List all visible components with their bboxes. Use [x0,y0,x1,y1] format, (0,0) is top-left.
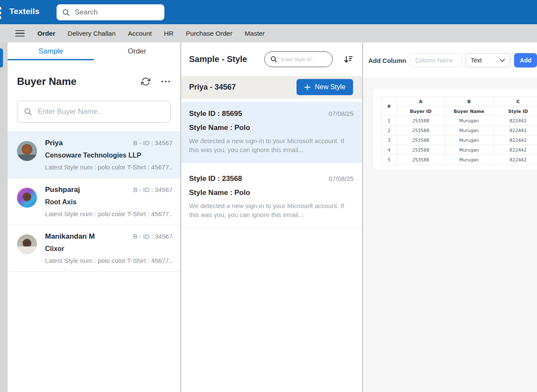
edge-drawer-handle[interactable] [0,48,3,68]
sheet-cell[interactable]: 253588 [397,126,445,135]
sheet-field-header[interactable]: Buyer ID [397,107,445,116]
sheet-row-number[interactable]: 3 [382,135,397,145]
buyer-avatar [17,188,37,208]
style-id: Style ID : 85695 [189,110,242,118]
nav-item-order[interactable]: Order [37,30,55,37]
style-preview-text: We detected a new sign-in to your Micros… [189,136,353,155]
detail-panel: Add Column Text Add # [363,42,537,392]
nav-item-master[interactable]: Master [245,30,265,37]
sheet-col-letter[interactable]: B [445,97,494,107]
sheet-row-number[interactable]: 4 [382,145,397,155]
buyer-list: Priya B - ID : 34567 Censoware Technolog… [8,131,180,272]
grip-dots-icon[interactable] [0,7,1,19]
sheet-cell[interactable]: 253588 [397,116,445,126]
sheet-row: 1 253588 Murugan 822442 [382,116,537,126]
style-name: Style Name : Polo [189,189,353,197]
buyer-avatar [17,141,37,161]
sheet-row-number[interactable]: 2 [382,126,397,135]
style-panel: Sample - Style [181,42,362,392]
sheet-cell[interactable]: 822442 [493,116,537,126]
style-panel-title: Sample - Style [189,54,264,64]
chevron-down-icon [500,59,505,62]
app-logo: Texteils [9,7,40,16]
spreadsheet-table[interactable]: # A B C Buyer ID Buyer Name Style ID 1 2… [381,96,537,165]
column-name-input[interactable] [410,53,462,68]
buyer-name: Priya [45,139,63,147]
buyer-panel-title: Buyer Name [17,76,130,87]
nav-item-purchase-order[interactable]: Purchase Order [186,30,232,37]
buyer-panel-tabs: Sample Order [8,42,180,60]
new-style-button[interactable]: New Style [297,79,353,95]
style-card[interactable]: Style ID : 85695 07/08/25 Style Name : P… [181,102,362,163]
buyer-id: B - ID : 34567 [133,186,172,193]
nav-item-account[interactable]: Account [128,30,152,37]
buyer-latest-style: Latest Style num : polo color T-Shirt : … [45,257,172,264]
more-options-icon[interactable] [161,81,170,83]
buyer-list-item[interactable]: Priya B - ID : 34567 Censoware Technolog… [8,132,180,178]
global-search[interactable] [57,4,164,20]
sort-descending-icon[interactable] [343,55,353,64]
sheet-cell[interactable]: Murugan [445,116,494,126]
sheet-cell[interactable]: 253588 [397,155,445,165]
style-preview-text: We detected a new sign-in to your Micros… [189,201,353,220]
sheet-field-header[interactable]: Style ID [493,107,537,116]
new-style-label: New Style [315,83,345,91]
tab-sample[interactable]: Sample [8,42,94,60]
main-nav: Order Delivery Challan Account HR Purcha… [0,24,537,42]
style-card[interactable]: Style ID : 23568 07/08/25 Style Name : P… [181,167,362,228]
style-id: Style ID : 23568 [189,175,242,183]
style-date: 07/08/25 [329,175,353,182]
sheet-corner-cell: # [382,97,397,116]
add-column-button[interactable]: Add [514,53,537,68]
sheet-cell[interactable]: Murugan [445,126,494,135]
buyer-search[interactable] [17,101,171,123]
hamburger-icon[interactable] [15,30,25,37]
buyer-company: Clixor [45,245,172,253]
buyer-company: Censoware Technologies LLP [45,152,172,159]
sheet-row: 4 253588 Murugan 822442 [382,145,537,155]
sheet-cell[interactable]: 253588 [397,145,445,155]
nav-item-hr[interactable]: HR [164,30,173,37]
search-icon [270,56,277,63]
search-icon [62,8,70,17]
buyer-company: Root Axis [45,198,172,206]
style-search-input[interactable] [281,57,327,62]
column-type-select[interactable]: Text [466,53,510,68]
buyer-search-input[interactable] [38,107,164,116]
sheet-cell[interactable]: 822442 [493,135,537,145]
sheet-field-header[interactable]: Buyer Name [445,107,494,116]
selected-buyer-bar: Priya - 34567 New Style [181,76,362,99]
style-search[interactable] [264,51,333,67]
sheet-cell[interactable]: 822442 [493,145,537,155]
style-date: 07/08/25 [329,110,353,117]
sheet-cell[interactable]: Murugan [445,155,494,165]
refresh-icon[interactable] [141,77,150,86]
plus-icon [304,84,311,90]
tab-order[interactable]: Order [94,42,180,60]
column-type-value: Text [471,57,482,64]
buyer-list-item[interactable]: Manikandan M B - ID : 34567 Clixor Lates… [8,225,180,272]
buyer-latest-style: Latest Style num : polo color T-Shirt : … [45,210,172,217]
nav-item-delivery-challan[interactable]: Delivery Challan [68,30,116,37]
sheet-row-number[interactable]: 5 [382,155,397,165]
sheet-cell[interactable]: 253588 [397,135,445,145]
app-root: Texteils Order Delivery Challan Account … [0,0,537,392]
buyer-list-item[interactable]: Pushparaj B - ID : 34567 Root Axis Lates… [8,178,180,225]
selected-buyer-label: Priya - 34567 [189,83,236,92]
style-name: Style Name : Polo [189,124,353,132]
buyer-avatar [17,234,37,254]
sheet-cell[interactable]: 822442 [493,155,537,165]
sheet-row: 5 253588 Murugan 822442 [382,155,537,165]
sheet-row-number[interactable]: 1 [382,116,397,126]
sheet-col-letter[interactable]: A [397,97,445,107]
spreadsheet-card: # A B C Buyer ID Buyer Name Style ID 1 2… [373,88,537,170]
sheet-row: 3 253588 Murugan 822442 [382,135,537,145]
add-column-toolbar: Add Column Text Add [363,42,537,79]
buyer-id: B - ID : 34567 [133,139,172,147]
sheet-cell[interactable]: Murugan [445,145,494,155]
sheet-col-letter[interactable]: C [493,97,537,107]
buyer-id: B - ID : 34567 [133,233,172,240]
sheet-cell[interactable]: Murugan [445,135,494,145]
sheet-cell[interactable]: 822442 [493,126,537,135]
global-search-input[interactable] [75,8,159,17]
